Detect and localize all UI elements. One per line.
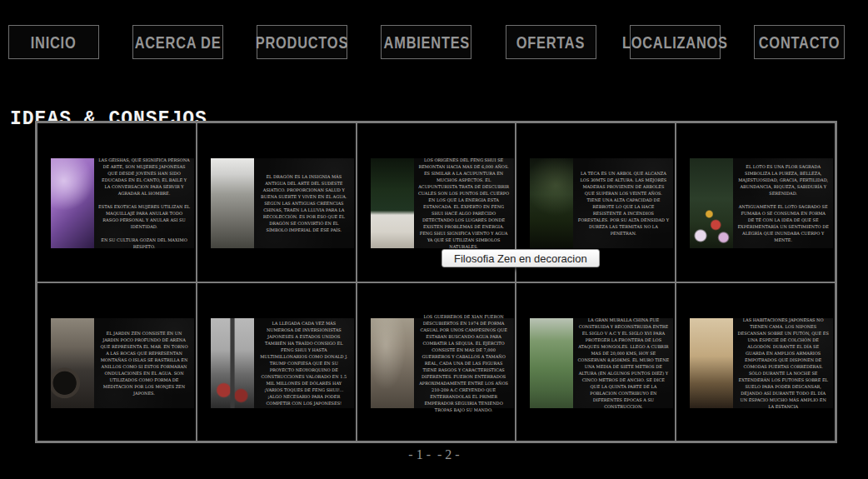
grid-cell: LAS GEISHAS, QUE SIGNIFICA PERSONA DE AR… — [37, 122, 197, 282]
city-tower-photo — [211, 318, 254, 408]
nav-item-label: LOCALIZANOS — [622, 32, 728, 52]
futon-room-photo — [690, 318, 733, 408]
terracotta-warriors-photo — [371, 318, 414, 408]
grid-cell: LAS HABITACIONES JAPONESAS NO TIENEN CAM… — [676, 282, 836, 442]
nav-item-productos[interactable]: PRODUCTOS — [257, 25, 347, 59]
nav-item-label: CONTACTO — [759, 32, 841, 52]
main-navigation: INICIO ACERCA DE PRODUCTOS AMBIENTES OFE… — [0, 25, 868, 57]
feng-shui-room-photo — [371, 158, 414, 248]
card-text: EL LOTO ES UNA FLOR SAGRADA SIMBOLIZA LA… — [733, 158, 833, 248]
idea-card[interactable]: LAS HABITACIONES JAPONESAS NO TIENEN CAM… — [690, 318, 833, 408]
grid-cell: EL DRAGÓN ES LA INSIGNIA MÁS ANTIGUA DEL… — [197, 122, 357, 282]
nav-item-inicio[interactable]: INICIO — [8, 25, 99, 59]
tooltip-text: Filosofia Zen en decoracion — [454, 252, 587, 265]
nav-item-label: INICIO — [31, 32, 77, 52]
card-text: LA LLEGADA CADA VEZ MÁS NUMEROSA DE INVE… — [254, 318, 354, 408]
card-text: LAS HABITACIONES JAPONESAS NO TIENEN CAM… — [733, 318, 833, 408]
great-wall-photo — [530, 318, 573, 408]
nav-item-ofertas[interactable]: OFERTAS — [506, 25, 596, 59]
grid-cell: EL LOTO ES UNA FLOR SAGRADA SIMBOLIZA LA… — [676, 122, 836, 282]
idea-card[interactable]: EL DRAGÓN ES LA INSIGNIA MÁS ANTIGUA DEL… — [211, 158, 354, 248]
idea-card[interactable]: LOS ORIGENES DEL FENG SHUI SE REMONTAN H… — [371, 158, 514, 248]
card-text: LOS ORIGENES DEL FENG SHUI SE REMONTAN H… — [414, 158, 514, 248]
idea-card[interactable]: LOS GUERREROS DE XIAN FUERON DESCUBIERTO… — [371, 318, 514, 408]
tooltip: Filosofia Zen en decoracion — [441, 249, 600, 267]
teak-forest-photo — [530, 158, 573, 248]
nav-item-localizanos[interactable]: LOCALIZANOS — [630, 25, 721, 59]
card-text: EL DRAGÓN ES LA INSIGNIA MÁS ANTIGUA DEL… — [254, 158, 354, 248]
card-text: EL JARDIN ZEN CONSISTE EN UN JARDIN POCO… — [94, 318, 194, 408]
lotus-garden-photo — [690, 158, 733, 248]
page: INICIO ACERCA DE PRODUCTOS AMBIENTES OFE… — [0, 0, 868, 479]
grid-cell: LA GRAN MURALLA CHINA FUE CONSTRUIDA Y R… — [516, 282, 676, 442]
idea-card[interactable]: LA LLEGADA CADA VEZ MÁS NUMEROSA DE INVE… — [211, 318, 354, 408]
nav-item-label: ACERCA DE — [135, 32, 222, 52]
ideas-card-grid: LAS GEISHAS, QUE SIGNIFICA PERSONA DE AR… — [35, 121, 837, 443]
grid-cell: EL JARDIN ZEN CONSISTE EN UN JARDIN POCO… — [37, 282, 197, 442]
pagination: - 1 -- 2 - — [0, 447, 868, 462]
idea-card[interactable]: LA TECA ES UN ARBOL QUE ALCANZA LOS 30MT… — [530, 158, 673, 248]
idea-card[interactable]: LAS GEISHAS, QUE SIGNIFICA PERSONA DE AR… — [51, 158, 194, 248]
grid-cell: LA LLEGADA CADA VEZ MÁS NUMEROSA DE INVE… — [197, 282, 357, 442]
zen-garden-photo — [51, 318, 94, 408]
card-text: LA GRAN MURALLA CHINA FUE CONSTRUIDA Y R… — [573, 318, 673, 408]
card-text: LOS GUERREROS DE XIAN FUERON DESCUBIERTO… — [414, 318, 514, 408]
page-link-1[interactable]: - 1 - — [408, 447, 431, 462]
nav-item-label: AMBIENTES — [383, 32, 469, 52]
card-text: LAS GEISHAS, QUE SIGNIFICA PERSONA DE AR… — [94, 158, 194, 248]
dragon-statue-photo — [211, 158, 254, 248]
card-text: LA TECA ES UN ARBOL QUE ALCANZA LOS 30MT… — [573, 158, 673, 248]
nav-item-label: PRODUCTOS — [256, 32, 348, 52]
nav-item-contacto[interactable]: CONTACTO — [754, 25, 845, 59]
page-link-2[interactable]: - 2 - — [437, 447, 460, 462]
nav-item-label: OFERTAS — [516, 32, 586, 52]
idea-card[interactable]: EL JARDIN ZEN CONSISTE EN UN JARDIN POCO… — [51, 318, 194, 408]
grid-cell: LOS GUERREROS DE XIAN FUERON DESCUBIERTO… — [357, 282, 516, 442]
idea-card[interactable]: LA GRAN MURALLA CHINA FUE CONSTRUIDA Y R… — [530, 318, 673, 408]
nav-item-acerca-de[interactable]: ACERCA DE — [132, 25, 223, 59]
nav-item-ambientes[interactable]: AMBIENTES — [381, 25, 471, 59]
idea-card[interactable]: EL LOTO ES UNA FLOR SAGRADA SIMBOLIZA LA… — [690, 158, 833, 248]
geisha-photo — [51, 158, 94, 248]
